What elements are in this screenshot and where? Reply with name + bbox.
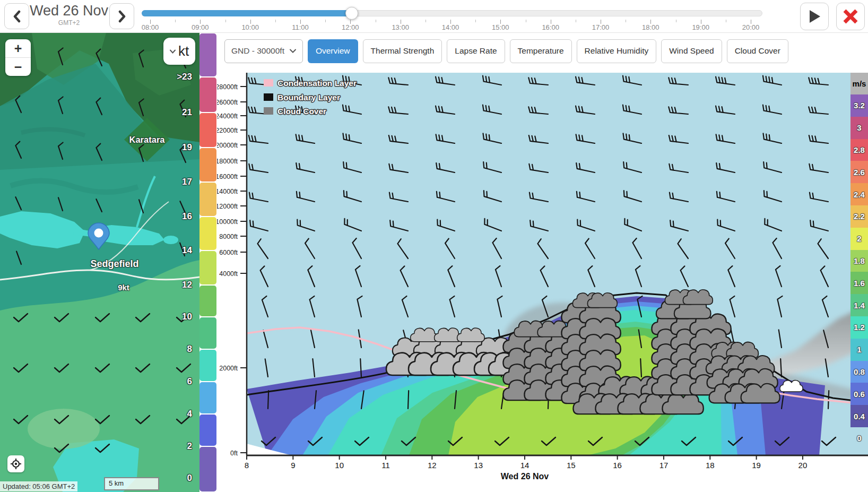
slider-tick-label: 09:00 — [187, 23, 213, 31]
colorbar-segment: 0.8 — [850, 361, 868, 383]
tab-wind-speed[interactable]: Wind Speed — [661, 39, 722, 63]
wind-scale-segment — [199, 251, 216, 284]
updated-timestamp: Updated: 05:06 GMT+2 — [0, 481, 77, 491]
wind-scale-segment — [199, 113, 216, 147]
colorbar-segment: 1 — [850, 339, 868, 361]
slider-tick-label: 20:00 — [737, 23, 764, 31]
close-button[interactable] — [836, 3, 865, 30]
slider-tick — [376, 20, 376, 22]
svg-text:16: 16 — [613, 461, 622, 470]
date-display: Wed 26 Nov GMT+2 — [30, 2, 108, 27]
svg-text:8: 8 — [245, 461, 249, 470]
time-slider-handle[interactable] — [345, 7, 358, 20]
slider-tick — [576, 20, 576, 22]
colorbar-segment: 2.8 — [850, 139, 868, 161]
svg-text:18000ft: 18000ft — [217, 158, 238, 165]
meteogram-chart: 28000ft26000ft24000ft22000ft20000ft18000… — [217, 69, 868, 492]
map-zoom-control: + − — [5, 39, 31, 76]
svg-text:18: 18 — [706, 461, 715, 470]
slider-tick-label: 17:00 — [587, 23, 614, 31]
wind-scale-segment — [199, 317, 216, 349]
slider-tick-label: 11:00 — [287, 23, 314, 31]
chevron-down-icon — [170, 49, 176, 54]
play-icon — [808, 10, 821, 23]
slider-tick-label: 12:00 — [337, 23, 363, 31]
slider-tick-label: 16:00 — [537, 23, 564, 31]
svg-text:14: 14 — [520, 461, 530, 470]
previous-day-button[interactable] — [4, 3, 29, 29]
tab-cloud-cover[interactable]: Cloud Cover — [727, 39, 788, 63]
map-scale-bar: 5 km — [104, 477, 159, 490]
colorbar-segment: 1.6 — [850, 272, 868, 294]
svg-text:9: 9 — [291, 461, 295, 470]
altitude-range-select[interactable]: GND - 30000ft — [224, 39, 303, 63]
next-day-button[interactable] — [109, 3, 134, 29]
slider-tick — [526, 20, 526, 22]
svg-text:0ft: 0ft — [230, 450, 238, 457]
svg-text:12000ft: 12000ft — [217, 203, 238, 210]
svg-text:22000ft: 22000ft — [217, 127, 238, 134]
slider-tick — [175, 20, 176, 22]
colorbar-segment: 1.2 — [850, 316, 868, 339]
wind-scale-segment — [199, 183, 216, 216]
weather-app: Wed 26 Nov GMT+2 08:0009:0010:0011:0012:… — [0, 0, 868, 492]
slider-tick — [626, 20, 626, 22]
svg-text:14000ft: 14000ft — [217, 188, 238, 195]
svg-text:13: 13 — [474, 461, 483, 470]
place-label-karatara: Karatara — [129, 135, 165, 145]
zoom-out-button[interactable]: − — [5, 58, 31, 76]
crosshair-target-icon — [10, 458, 22, 470]
svg-text:Condensation Layer: Condensation Layer — [277, 79, 357, 88]
time-slider-fill — [142, 10, 352, 16]
slider-tick-label: 18:00 — [637, 23, 664, 31]
svg-text:6000ft: 6000ft — [219, 249, 238, 256]
wind-scale-segment — [199, 77, 216, 112]
tab-lapse-rate[interactable]: Lapse Rate — [447, 39, 505, 63]
colorbar-segment: 0.4 — [850, 405, 868, 427]
tab-thermal-strength[interactable]: Thermal Strength — [363, 39, 442, 63]
unit-selector-button[interactable]: kt — [163, 38, 195, 65]
svg-text:Cloud Cover: Cloud Cover — [277, 107, 326, 116]
altitude-range-value: GND - 30000ft — [231, 46, 284, 56]
slider-tick — [676, 20, 676, 22]
map-panel[interactable]: + − kt Karatara Sedgefield 9kt Updated: … — [0, 33, 199, 492]
wind-scale-segment — [199, 350, 216, 381]
wind-scale-segment — [199, 415, 216, 446]
svg-text:2000ft: 2000ft — [219, 365, 238, 372]
tab-relative-humidity[interactable]: Relative Humidity — [577, 39, 657, 63]
svg-text:12: 12 — [428, 461, 437, 470]
colorbar-segment: 1.4 — [850, 294, 868, 316]
chevron-left-icon — [12, 10, 22, 23]
play-button[interactable] — [800, 3, 829, 30]
colorbar-segment: 2.2 — [850, 205, 868, 228]
svg-text:8000ft: 8000ft — [219, 233, 238, 240]
locate-me-button[interactable] — [7, 455, 24, 472]
wind-scale-segment — [199, 217, 216, 250]
colorbar-segment: 3.2 — [850, 94, 868, 117]
slider-tick — [225, 20, 226, 22]
colorbar-segment: 2.4 — [850, 183, 868, 205]
wind-scale-segment — [199, 382, 216, 413]
svg-text:10000ft: 10000ft — [217, 218, 238, 226]
svg-text:17: 17 — [659, 461, 669, 470]
zoom-in-button[interactable]: + — [5, 39, 31, 57]
forecast-tab-bar: GND - 30000ft Overview Thermal Strength … — [217, 33, 868, 69]
date-label: Wed 26 Nov — [30, 2, 108, 19]
tab-temperature[interactable]: Temperature — [510, 39, 572, 63]
slider-tick — [726, 20, 726, 22]
slider-tick-label: 08:00 — [137, 23, 163, 31]
colorbar-segment: 0 — [850, 427, 868, 450]
svg-text:16000ft: 16000ft — [217, 173, 238, 180]
svg-text:19: 19 — [752, 461, 761, 470]
slider-tick-label: 10:00 — [237, 23, 264, 31]
wind-scale-segment — [199, 286, 216, 316]
colorbar-segment: 2 — [850, 228, 868, 250]
wind-speed-tag: 9kt — [118, 283, 129, 292]
svg-text:10: 10 — [335, 461, 344, 470]
slider-tick — [426, 20, 426, 22]
svg-text:15: 15 — [567, 461, 576, 470]
svg-text:Wed 26 Nov: Wed 26 Nov — [501, 472, 549, 481]
place-label-sedgefield: Sedgefield — [90, 258, 138, 270]
tab-overview[interactable]: Overview — [308, 39, 358, 63]
svg-text:Boundary Layer: Boundary Layer — [277, 93, 340, 102]
